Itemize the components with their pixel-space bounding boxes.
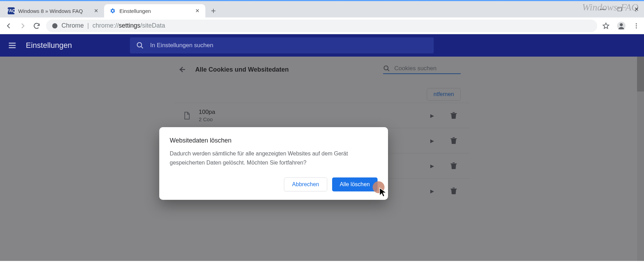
settings-search[interactable]: In Einstellungen suchen [130,37,434,53]
reload-button[interactable] [32,21,41,30]
menu-icon[interactable] [633,22,640,29]
close-window-button[interactable]: ✕ [633,6,640,13]
dialog-title: Websitedaten löschen [170,137,378,144]
new-tab-button[interactable]: + [207,5,219,17]
scheme-label: Chrome [61,22,84,29]
maximize-button[interactable]: ☐ [616,6,623,13]
favicon-faq: FAQ [8,7,15,14]
star-icon[interactable] [602,22,610,30]
search-icon [136,42,144,49]
svg-point-3 [636,23,637,24]
omnibox-divider: | [87,22,89,29]
svg-point-5 [636,27,637,28]
tab-windows-faq[interactable]: FAQ Windows 8 » Windows FAQ ✕ [3,4,104,17]
tab-strip: FAQ Windows 8 » Windows FAQ ✕ Einstellun… [0,1,644,17]
back-button[interactable] [4,21,13,30]
url-text: chrome://settings/siteData [93,22,165,29]
settings-page: Einstellungen In Einstellungen suchen Al… [0,34,644,261]
tab-settings[interactable]: Einstellungen ✕ [104,4,205,17]
tab-close-icon[interactable]: ✕ [93,8,99,14]
search-placeholder: In Einstellungen suchen [150,42,213,49]
svg-point-0 [52,23,58,28]
confirm-button[interactable]: Alle löschen [332,177,378,191]
svg-point-6 [137,43,142,47]
hamburger-icon[interactable] [8,41,17,50]
address-bar[interactable]: Chrome | chrome://settings/siteData [46,20,597,32]
settings-title: Einstellungen [26,41,72,50]
tab-title: Einstellungen [119,8,191,14]
confirm-dialog: Websitedaten löschen Dadurch werden sämt… [159,127,388,200]
profile-icon[interactable] [617,21,626,30]
cursor-icon [379,188,387,197]
settings-header: Einstellungen In Einstellungen suchen [0,34,644,57]
cancel-button[interactable]: Abbrechen [284,177,327,191]
tab-close-icon[interactable]: ✕ [194,8,200,14]
site-info-icon[interactable]: Chrome [52,22,84,29]
forward-button[interactable] [18,21,27,30]
svg-point-4 [636,25,637,26]
svg-point-2 [620,23,623,26]
favicon-gear-icon [109,7,116,14]
minimize-button[interactable]: ― [599,6,606,13]
toolbar: Chrome | chrome://settings/siteData [0,17,644,34]
tab-title: Windows 8 » Windows FAQ [18,8,89,14]
window-controls: ― ☐ ✕ [599,6,640,13]
dialog-body: Dadurch werden sämtliche für alle angeze… [170,149,378,167]
browser-chrome: FAQ Windows 8 » Windows FAQ ✕ Einstellun… [0,0,644,34]
